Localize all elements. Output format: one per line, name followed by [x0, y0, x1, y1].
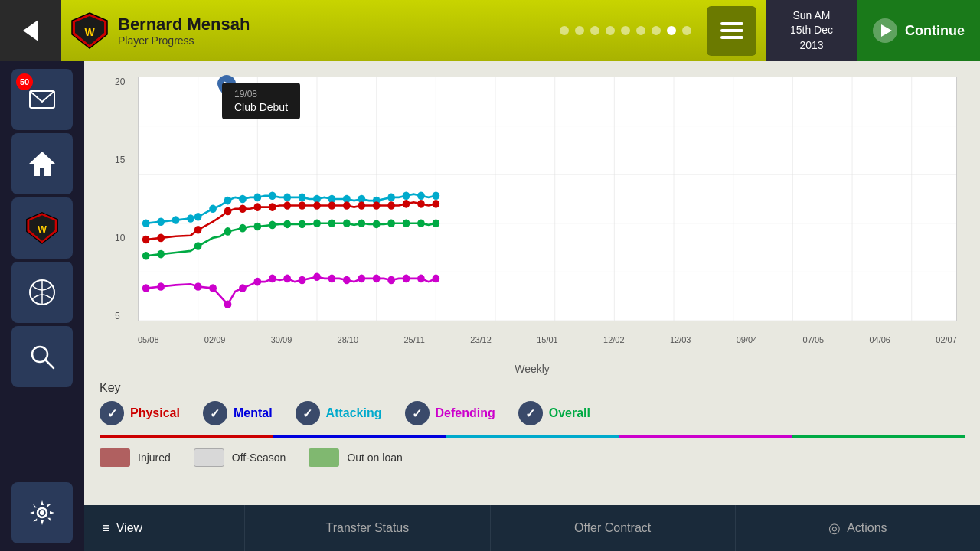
- menu-button[interactable]: [707, 6, 756, 56]
- nav-offer-label: Offer Contract: [574, 521, 651, 535]
- svg-point-88: [387, 220, 395, 228]
- sidebar-item-tactics[interactable]: [11, 262, 73, 323]
- key-item-defending[interactable]: ✓ Defending: [405, 401, 495, 425]
- chart-plot: [138, 77, 957, 321]
- dot-5[interactable]: [621, 26, 630, 35]
- svg-point-96: [224, 301, 232, 309]
- svg-point-76: [194, 242, 202, 250]
- svg-point-78: [239, 224, 247, 233]
- svg-point-62: [269, 203, 276, 211]
- sidebar-item-settings[interactable]: [11, 482, 73, 543]
- event-pin: ▶: [217, 75, 236, 101]
- actions-icon: ◎: [828, 520, 841, 536]
- svg-point-69: [373, 201, 381, 210]
- svg-point-14: [40, 510, 44, 515]
- svg-point-82: [299, 220, 306, 229]
- svg-point-41: [224, 197, 232, 205]
- svg-point-66: [328, 201, 336, 210]
- key-item-attacking[interactable]: ✓ Attacking: [296, 401, 382, 425]
- dot-9[interactable]: [682, 26, 691, 35]
- key-item-mental[interactable]: ✓ Mental: [203, 401, 273, 425]
- continue-button[interactable]: Continue: [858, 0, 980, 61]
- svg-point-70: [387, 201, 395, 210]
- svg-point-63: [283, 201, 291, 210]
- svg-point-57: [157, 234, 165, 243]
- svg-point-103: [328, 275, 336, 283]
- play-triangle-icon: [881, 24, 892, 37]
- mental-color-bar: [273, 435, 446, 438]
- svg-point-83: [313, 220, 321, 228]
- svg-point-98: [253, 278, 261, 286]
- offseason-label: Off-Season: [232, 452, 286, 464]
- defending-color-bar: [619, 435, 792, 438]
- svg-point-45: [283, 194, 291, 202]
- dot-2[interactable]: [575, 26, 584, 35]
- sidebar: 50 W: [0, 61, 84, 551]
- dot-7[interactable]: [652, 26, 661, 35]
- svg-point-86: [358, 220, 365, 228]
- svg-point-52: [387, 194, 395, 202]
- svg-point-110: [433, 275, 440, 283]
- svg-point-74: [142, 252, 150, 260]
- svg-point-67: [343, 201, 351, 210]
- dot-6[interactable]: [636, 26, 645, 35]
- svg-point-95: [209, 284, 217, 292]
- svg-point-90: [417, 220, 425, 228]
- injured-label: Injured: [138, 452, 171, 464]
- svg-point-40: [209, 204, 217, 213]
- svg-point-37: [172, 216, 180, 224]
- svg-text:W: W: [84, 26, 95, 38]
- dot-8[interactable]: [667, 26, 676, 35]
- key-title: Key: [100, 381, 965, 395]
- svg-point-73: [433, 200, 440, 208]
- y-axis: 5 10 15 20: [115, 77, 125, 321]
- play-circle-icon: [873, 18, 897, 43]
- svg-point-44: [269, 191, 276, 200]
- svg-point-85: [343, 220, 351, 228]
- svg-point-109: [417, 275, 425, 283]
- key-item-physical[interactable]: ✓ Physical: [100, 401, 180, 425]
- svg-point-106: [373, 275, 381, 283]
- svg-point-97: [239, 284, 247, 292]
- attacking-label: Attacking: [326, 406, 382, 420]
- svg-point-61: [253, 203, 261, 211]
- svg-point-39: [194, 213, 202, 221]
- sidebar-item-home[interactable]: [11, 133, 73, 194]
- player-subtitle: Player Progress: [118, 34, 544, 47]
- svg-point-87: [373, 220, 381, 229]
- sidebar-item-club[interactable]: W: [11, 197, 73, 259]
- key-item-overall[interactable]: ✓ Overall: [518, 401, 590, 425]
- dot-4[interactable]: [606, 26, 615, 35]
- svg-point-58: [194, 226, 202, 234]
- svg-point-42: [239, 195, 247, 204]
- chart-x-axis-title: Weekly: [84, 363, 980, 375]
- defending-label: Defending: [436, 406, 495, 420]
- svg-point-38: [187, 214, 194, 223]
- key-section: Key ✓ Physical ✓ Mental ✓ Attacking: [84, 375, 980, 432]
- svg-point-56: [142, 236, 150, 244]
- overall-color-bar: [792, 435, 965, 438]
- svg-point-60: [239, 204, 247, 213]
- datetime-display: Sun AM 15th Dec 2013: [766, 0, 858, 61]
- mental-check-circle: ✓: [203, 401, 227, 425]
- nav-item-actions[interactable]: ◎ Actions: [736, 505, 980, 551]
- svg-point-71: [403, 200, 410, 208]
- legend-row: Injured Off-Season Out on loan: [84, 441, 980, 474]
- dot-1[interactable]: [560, 26, 569, 35]
- attacking-color-bar: [446, 435, 619, 438]
- sidebar-item-messages[interactable]: 50: [11, 69, 73, 130]
- defending-check-circle: ✓: [405, 401, 430, 425]
- header: W Bernard Mensah Player Progress Sun AM …: [0, 0, 980, 61]
- back-button[interactable]: [0, 0, 61, 61]
- svg-point-53: [403, 191, 410, 200]
- loan-swatch: [309, 448, 339, 467]
- nav-item-transfer-status[interactable]: Transfer Status: [245, 505, 490, 551]
- menu-line-1: [720, 22, 743, 25]
- loan-label: Out on loan: [347, 452, 402, 464]
- svg-point-100: [283, 275, 291, 283]
- nav-view-label: View: [116, 521, 142, 535]
- sidebar-item-search[interactable]: [11, 326, 73, 387]
- legend-item-injured: Injured: [100, 448, 171, 467]
- dot-3[interactable]: [590, 26, 599, 35]
- nav-item-offer-contract[interactable]: Offer Contract: [491, 505, 736, 551]
